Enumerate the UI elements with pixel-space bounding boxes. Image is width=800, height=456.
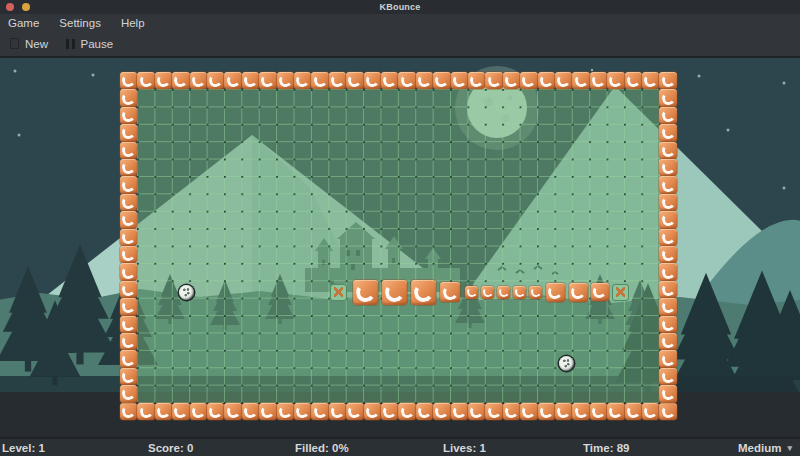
- border-tile: [642, 72, 659, 89]
- menu-settings[interactable]: Settings: [59, 17, 101, 29]
- border-tile: [207, 403, 224, 420]
- border-tile: [364, 72, 381, 89]
- border-tile: [659, 229, 676, 246]
- border-tile: [659, 211, 676, 228]
- border-tile: [294, 72, 311, 89]
- border-tile: [659, 281, 676, 298]
- border-tile: [659, 176, 676, 193]
- border-tile: [659, 368, 676, 385]
- border-tile: [120, 350, 137, 367]
- border-tile: [294, 403, 311, 420]
- wall-tile: [569, 283, 588, 302]
- border-tile: [659, 142, 676, 159]
- border-tile: [364, 403, 381, 420]
- border-tile: [625, 403, 642, 420]
- border-tile: [485, 72, 502, 89]
- border-tile: [468, 72, 485, 89]
- kbounce-window: KBounce Game Settings Help New Pause: [0, 0, 800, 456]
- minimize-window-icon[interactable]: [22, 3, 30, 11]
- border-tile: [120, 194, 137, 211]
- border-tile: [398, 72, 415, 89]
- status-bar: Level: 1 Score: 0 Filled: 0% Lives: 1 Ti…: [0, 437, 800, 456]
- border-tile: [381, 72, 398, 89]
- border-tile: [416, 72, 433, 89]
- border-tile: [137, 403, 154, 420]
- border-tile: [416, 403, 433, 420]
- wall-tile: [513, 286, 526, 299]
- play-field[interactable]: [137, 89, 659, 402]
- border-tile: [433, 403, 450, 420]
- border-tile: [659, 385, 676, 402]
- wall-tile: [497, 286, 510, 299]
- border-tile: [190, 403, 207, 420]
- border-tile: [485, 403, 502, 420]
- difficulty-select[interactable]: Medium ▾: [738, 442, 792, 454]
- border-tile: [590, 403, 607, 420]
- border-tile: [120, 72, 137, 89]
- border-tile: [242, 403, 259, 420]
- border-tile: [590, 72, 607, 89]
- difficulty-value: Medium: [738, 442, 781, 454]
- border-tile: [572, 72, 589, 89]
- pause-icon: [66, 39, 75, 49]
- border-tile: [625, 72, 642, 89]
- wall-tile: [353, 280, 378, 305]
- border-tile: [120, 176, 137, 193]
- wall-tile: [591, 283, 609, 301]
- menu-bar: Game Settings Help: [0, 14, 800, 31]
- status-time: Time: 89: [583, 442, 629, 454]
- border-tile: [120, 403, 137, 420]
- border-tile: [659, 124, 676, 141]
- border-tile: [659, 298, 676, 315]
- border-tile: [659, 159, 676, 176]
- pause-button[interactable]: Pause: [66, 38, 113, 50]
- border-tile: [659, 403, 676, 420]
- border-tile: [224, 403, 241, 420]
- game-board: [120, 72, 677, 420]
- border-tile: [607, 72, 624, 89]
- wall-tile: [411, 280, 436, 305]
- pause-label: Pause: [81, 38, 114, 50]
- border-tile: [520, 403, 537, 420]
- border-tile: [172, 72, 189, 89]
- border-tile: [346, 403, 363, 420]
- border-tile: [120, 263, 137, 280]
- close-window-icon[interactable]: [6, 3, 14, 11]
- wall-end-tile: [612, 284, 629, 301]
- border-tile: [120, 298, 137, 315]
- border-tile: [346, 72, 363, 89]
- border-tile: [520, 72, 537, 89]
- chevron-down-icon: ▾: [787, 443, 792, 453]
- border-tile: [398, 403, 415, 420]
- menu-help[interactable]: Help: [121, 17, 145, 29]
- border-tile: [120, 211, 137, 228]
- status-lives: Lives: 1: [443, 442, 486, 454]
- border-tile: [242, 72, 259, 89]
- border-tile: [311, 403, 328, 420]
- border-tile: [137, 72, 154, 89]
- border-tile: [607, 403, 624, 420]
- border-tile: [659, 350, 676, 367]
- border-tile: [659, 263, 676, 280]
- border-tile: [451, 403, 468, 420]
- border-tile: [659, 316, 676, 333]
- border-tile: [120, 124, 137, 141]
- border-tile: [120, 333, 137, 350]
- border-tile: [120, 142, 137, 159]
- wall-tile: [440, 282, 460, 302]
- window-buttons: [6, 3, 30, 11]
- game-viewport: [0, 58, 800, 437]
- border-tile: [120, 316, 137, 333]
- title-bar[interactable]: KBounce: [0, 0, 800, 14]
- border-tile: [659, 72, 676, 89]
- window-title: KBounce: [380, 2, 421, 12]
- border-tile: [120, 159, 137, 176]
- menu-game[interactable]: Game: [8, 17, 39, 29]
- wall-end-tile: [330, 284, 347, 301]
- border-tile: [224, 72, 241, 89]
- border-tile: [451, 72, 468, 89]
- border-tile: [190, 72, 207, 89]
- border-tile: [642, 403, 659, 420]
- new-game-button[interactable]: New: [10, 38, 48, 50]
- border-tile: [503, 72, 520, 89]
